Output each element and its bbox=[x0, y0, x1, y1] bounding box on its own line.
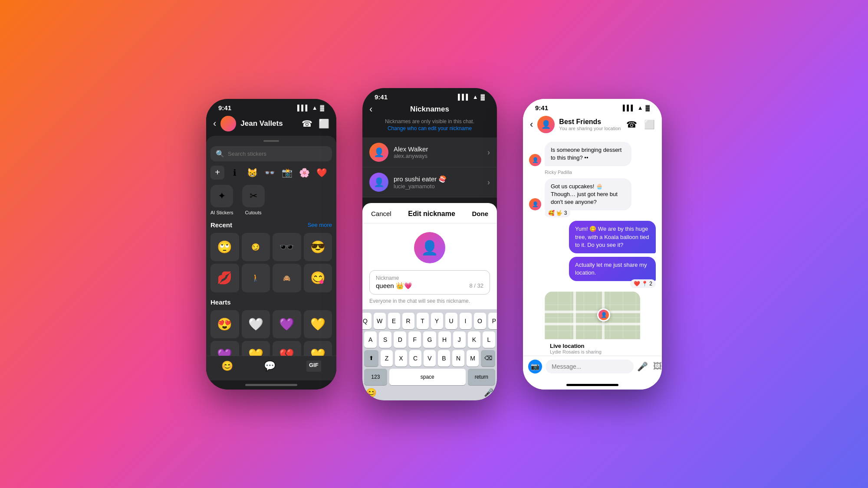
msg-avatar-1: 👤 bbox=[529, 154, 541, 166]
sticker-8[interactable]: 😋 bbox=[304, 264, 332, 292]
sticker-lbh[interactable]: 😏 bbox=[242, 233, 270, 262]
status-bar-2: 9:41 ▌▌▌ ▲ ▓ bbox=[362, 88, 497, 102]
video-icon-1[interactable]: ⬜ bbox=[319, 118, 329, 129]
key-l[interactable]: L bbox=[483, 331, 495, 348]
msg-group-4: Actually let me just share my location. … bbox=[529, 257, 656, 288]
key-z[interactable]: Z bbox=[381, 350, 393, 367]
cat-icon-4[interactable]: 📸 bbox=[280, 166, 294, 180]
key-a[interactable]: A bbox=[364, 331, 377, 348]
ai-stickers-label: AI Stickers bbox=[210, 210, 233, 215]
image-input-icon[interactable]: 🖼 bbox=[653, 361, 662, 372]
key-f[interactable]: F bbox=[408, 331, 421, 348]
chat-header-info: Best Friends You are sharing your locati… bbox=[559, 118, 622, 131]
key-shift[interactable]: ⬆ bbox=[364, 350, 378, 367]
key-y[interactable]: Y bbox=[431, 313, 443, 329]
mic-input-icon[interactable]: 🎤 bbox=[637, 361, 648, 372]
nickname-input-wrap[interactable]: Nickname queen 👑💗 8 / 32 bbox=[369, 270, 490, 295]
cat-icon-2[interactable]: 😸 bbox=[245, 166, 259, 180]
nickname-username-1: alex.anyways bbox=[394, 153, 487, 159]
recent-label: Recent bbox=[210, 221, 232, 229]
key-o[interactable]: O bbox=[474, 313, 486, 329]
cat-icon-6[interactable]: ❤️ bbox=[315, 166, 329, 180]
add-category-button[interactable]: + bbox=[210, 166, 224, 180]
kb-bottom-row: 😊 🎤 bbox=[364, 387, 495, 399]
cutouts-label: Cutouts bbox=[245, 210, 262, 215]
video-icon-3[interactable]: ⬜ bbox=[644, 119, 655, 130]
heart-sticker-7[interactable]: 💔 bbox=[273, 341, 301, 356]
back-button-2[interactable]: ‹ bbox=[369, 104, 372, 115]
mic-button[interactable]: 🎤 bbox=[484, 388, 493, 397]
message-input[interactable] bbox=[546, 360, 634, 373]
key-j[interactable]: J bbox=[453, 331, 466, 348]
search-stickers-bar[interactable]: 🔍 bbox=[210, 146, 332, 161]
cancel-button[interactable]: Cancel bbox=[371, 210, 391, 217]
key-e[interactable]: E bbox=[388, 313, 400, 329]
heart-sticker-3[interactable]: 💜 bbox=[273, 310, 301, 339]
sticker-7[interactable]: 🙈 bbox=[273, 264, 301, 292]
sticker-6[interactable]: 🚶 bbox=[242, 264, 270, 292]
key-p[interactable]: P bbox=[488, 313, 497, 329]
msg-bubble-1: Is someone bringing dessert to this thin… bbox=[545, 142, 631, 166]
signal-icon-1: ▌▌▌ bbox=[297, 105, 309, 111]
sender-label-ricky: Ricky Padilla bbox=[529, 170, 656, 175]
sticker-3[interactable]: 🕶️ bbox=[273, 233, 301, 262]
edit-nickname-modal: Cancel Edit nickname Done 👤 Nickname que… bbox=[362, 203, 497, 400]
nickname-input-row: queen 👑💗 8 / 32 bbox=[376, 282, 483, 290]
key-n[interactable]: N bbox=[452, 350, 464, 367]
key-b[interactable]: B bbox=[438, 350, 450, 367]
key-g[interactable]: G bbox=[423, 331, 436, 348]
call-icon-3[interactable]: ☎ bbox=[626, 119, 637, 130]
keyboard: Q W E R T Y U I O P A S D F G H bbox=[362, 309, 497, 400]
cat-icon-3[interactable]: 👓 bbox=[263, 166, 276, 180]
cat-icon-1[interactable]: ℹ bbox=[228, 166, 242, 180]
emoji-button[interactable]: 😊 bbox=[366, 387, 377, 398]
nicknames-subtitle-text: Nicknames are only visible in this chat. bbox=[385, 118, 474, 124]
sticker-tab-gif[interactable]: GIF bbox=[306, 360, 321, 372]
back-button-3[interactable]: ‹ bbox=[530, 119, 533, 130]
key-s[interactable]: S bbox=[379, 331, 391, 348]
drag-handle bbox=[263, 140, 279, 142]
heart-sticker-5[interactable]: 💜 bbox=[210, 341, 239, 356]
key-i[interactable]: I bbox=[460, 313, 472, 329]
see-more-button[interactable]: See more bbox=[308, 222, 332, 228]
call-icon-1[interactable]: ☎ bbox=[302, 118, 312, 129]
key-v[interactable]: V bbox=[424, 350, 436, 367]
camera-icon[interactable]: 📷 bbox=[528, 360, 542, 373]
heart-sticker-6[interactable]: 💛 bbox=[242, 341, 270, 356]
msg-row-4: Actually let me just share my location. bbox=[529, 257, 656, 281]
heart-sticker-8[interactable]: 💛 bbox=[304, 341, 332, 356]
key-delete[interactable]: ⌫ bbox=[481, 350, 495, 367]
key-k[interactable]: K bbox=[468, 331, 480, 348]
key-x[interactable]: X bbox=[395, 350, 407, 367]
search-stickers-input[interactable] bbox=[228, 151, 327, 157]
key-c[interactable]: C bbox=[409, 350, 421, 367]
sticker-5[interactable]: 💋 bbox=[210, 264, 239, 292]
nickname-item-2[interactable]: 👤 pro sushi eater 🍣 lucie_yamamoto › bbox=[362, 167, 497, 197]
nickname-avatar-2: 👤 bbox=[369, 173, 388, 192]
ai-stickers-item[interactable]: ✦ AI Stickers bbox=[210, 185, 233, 215]
cat-icon-5[interactable]: 🌸 bbox=[297, 166, 311, 180]
heart-sticker-1[interactable]: 😍 bbox=[210, 310, 239, 339]
sticker-tab-emoji[interactable]: 😊 bbox=[221, 360, 233, 372]
cutouts-item[interactable]: ✂ Cutouts bbox=[242, 185, 265, 215]
key-return[interactable]: return bbox=[468, 369, 495, 385]
key-123[interactable]: 123 bbox=[364, 369, 387, 385]
key-r[interactable]: R bbox=[402, 313, 414, 329]
key-u[interactable]: U bbox=[445, 313, 457, 329]
sticker-tab-sticker[interactable]: 💬 bbox=[264, 360, 276, 372]
heart-sticker-2[interactable]: 🤍 bbox=[242, 310, 270, 339]
change-nickname-link[interactable]: Change who can edit your nickname bbox=[388, 125, 472, 131]
key-t[interactable]: T bbox=[417, 313, 429, 329]
key-d[interactable]: D bbox=[394, 331, 406, 348]
done-button[interactable]: Done bbox=[472, 210, 489, 217]
nickname-item-1[interactable]: 👤 Alex Walker alex.anyways › bbox=[362, 138, 497, 167]
back-button-1[interactable]: ‹ bbox=[213, 118, 216, 129]
sticker-yup[interactable]: 🙄 bbox=[210, 233, 239, 262]
key-q[interactable]: Q bbox=[362, 313, 372, 329]
key-space[interactable]: space bbox=[389, 369, 466, 385]
key-w[interactable]: W bbox=[374, 313, 386, 329]
key-h[interactable]: H bbox=[438, 331, 451, 348]
heart-sticker-4[interactable]: 💛 bbox=[304, 310, 332, 339]
sticker-4[interactable]: 😎 bbox=[304, 233, 332, 262]
key-m[interactable]: M bbox=[467, 350, 479, 367]
